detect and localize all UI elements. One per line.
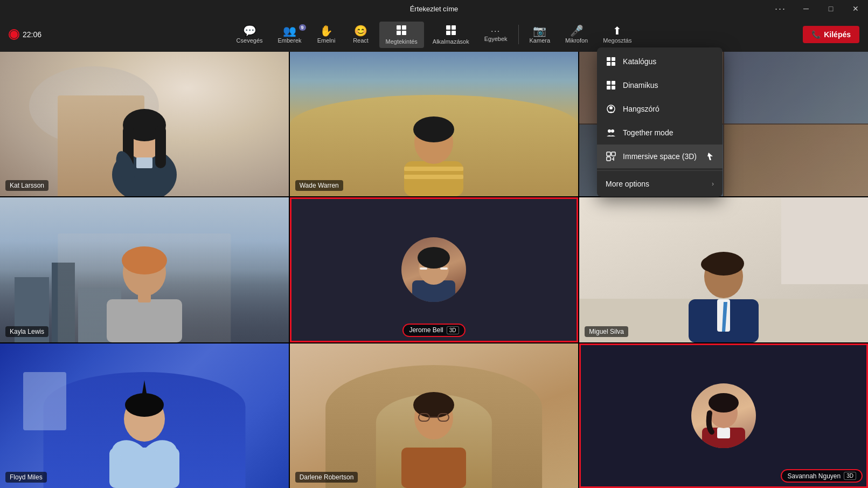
more-options-arrow: › — [712, 180, 714, 188]
toolbar-item-share[interactable]: ⬆ Megosztás — [596, 22, 638, 47]
toolbar: 22:06 💬 Csevegés 👥 Emberek 9 ✋ Emelni 😊 … — [0, 17, 868, 52]
svg-rect-1 — [402, 25, 406, 30]
close-button[interactable]: ✕ — [843, 0, 868, 17]
toolbar-item-react[interactable]: 😊 React — [345, 22, 377, 47]
jerome-avatar — [401, 237, 466, 302]
toolbar-item-view[interactable]: Megtekintés — [379, 22, 424, 48]
svg-rect-57 — [612, 57, 615, 61]
video-cell-kat: Kat Larsson — [0, 52, 289, 196]
toolbar-item-camera[interactable]: 📷 Kamera — [523, 22, 557, 47]
svg-rect-4 — [446, 25, 450, 30]
title-bar-more[interactable]: ··· — [767, 0, 794, 17]
svg-rect-60 — [607, 81, 610, 85]
leave-label: Kilépés — [824, 30, 851, 39]
svg-rect-58 — [607, 62, 610, 66]
react-label: React — [353, 37, 369, 44]
minimize-button[interactable]: ─ — [794, 0, 818, 17]
toolbar-item-mic[interactable]: 🎤 Mikrofon — [559, 22, 594, 47]
speaker-label: Hangszóró — [623, 105, 659, 113]
miguel-avatar — [664, 208, 783, 342]
kat-name: Kat Larsson — [5, 180, 48, 191]
people-badge: 9 — [299, 24, 306, 31]
title-bar: Értekezlet címe ··· ─ □ ✕ — [0, 0, 868, 17]
dropdown-item-together[interactable]: Together mode — [597, 121, 723, 145]
window-controls: ─ □ ✕ — [794, 0, 868, 17]
immersive-icon — [606, 151, 616, 162]
toolbar-right: 📞 Kilépés — [638, 26, 859, 43]
jerome-3d-badge: 3D — [447, 326, 459, 334]
kayla-name: Kayla Lewis — [5, 326, 48, 337]
maximize-button[interactable]: □ — [818, 0, 843, 17]
savannah-avatar-circle — [691, 383, 756, 448]
wade-avatar — [380, 78, 488, 196]
svg-point-65 — [609, 106, 613, 109]
view-dropdown-menu: Katalógus Dinamikus Hangszóró — [597, 47, 723, 197]
svg-rect-5 — [452, 25, 456, 30]
timer-display: 22:06 — [23, 30, 41, 39]
dropdown-item-catalog[interactable]: Katalógus — [597, 50, 723, 73]
video-cell-miguel: Miguel Silva — [579, 197, 868, 342]
savannah-name-badge: Savannah Nguyen 3D — [781, 469, 863, 483]
dropdown-item-speaker[interactable]: Hangszóró — [597, 97, 723, 121]
toolbar-divider — [518, 25, 519, 44]
svg-rect-12 — [155, 125, 166, 168]
dynamic-icon — [606, 80, 616, 91]
svg-point-47 — [413, 392, 454, 418]
savannah-avatar — [691, 383, 756, 448]
svg-rect-3 — [402, 31, 406, 35]
svg-rect-25 — [138, 293, 151, 303]
toolbar-item-apps[interactable]: Alkalmazások — [426, 22, 476, 48]
svg-point-42 — [125, 393, 164, 417]
view-icon — [396, 25, 407, 37]
svg-rect-2 — [397, 31, 401, 35]
video-grid: Kat Larsson Wade Warren — [0, 52, 868, 488]
record-dot — [10, 31, 18, 38]
svg-rect-63 — [612, 86, 615, 90]
dropdown-divider — [597, 170, 723, 171]
toolbar-item-raise[interactable]: ✋ Emelni — [310, 22, 343, 47]
svg-rect-62 — [607, 86, 610, 90]
dropdown-item-immersive[interactable]: Immersive space (3D) — [597, 145, 723, 168]
speaker-icon — [606, 104, 616, 114]
dropdown-item-dynamic[interactable]: Dinamikus — [597, 73, 723, 97]
svg-rect-61 — [612, 81, 615, 85]
svg-rect-31 — [440, 267, 448, 270]
toolbar-left: 22:06 — [9, 29, 230, 40]
svg-point-66 — [608, 129, 611, 133]
together-icon — [606, 127, 616, 138]
more-options-label: More options — [606, 180, 649, 188]
svg-point-20 — [413, 116, 454, 142]
svg-rect-53 — [717, 428, 730, 438]
chat-icon: 💬 — [243, 25, 256, 36]
toolbar-item-chat[interactable]: 💬 Csevegés — [230, 22, 269, 47]
svg-rect-56 — [607, 57, 610, 61]
apps-label: Alkalmazások — [433, 38, 469, 45]
chat-label: Csevegés — [237, 37, 263, 44]
jerome-name-badge: Jerome Bell 3D — [402, 324, 465, 337]
svg-point-24 — [122, 246, 167, 274]
mic-label: Mikrofon — [565, 37, 588, 44]
leave-button[interactable]: 📞 Kilépés — [803, 26, 859, 43]
immersive-label: Immersive space (3D) — [623, 152, 697, 161]
video-cell-floyd: Floyd Miles — [0, 343, 289, 488]
cursor-icon — [707, 152, 714, 161]
svg-rect-68 — [607, 152, 610, 156]
svg-point-38 — [701, 257, 723, 272]
video-cell-kayla: Kayla Lewis — [0, 197, 289, 342]
video-cell-darlene: Darlene Robertson — [290, 343, 579, 488]
camera-label: Kamera — [530, 37, 551, 44]
kayla-avatar — [74, 202, 214, 342]
more-label: Egyebek — [484, 36, 508, 42]
raise-icon: ✋ — [320, 25, 333, 36]
svg-rect-22 — [107, 299, 182, 342]
toolbar-item-people-wrapper: 👥 Emberek 9 — [272, 22, 308, 47]
together-label: Together mode — [623, 128, 673, 137]
jerome-avatar-circle — [401, 237, 466, 302]
share-label: Megosztás — [603, 37, 631, 44]
floyd-avatar — [80, 348, 209, 488]
react-icon: 😊 — [354, 25, 367, 36]
dropdown-item-more-options[interactable]: More options › — [597, 173, 723, 195]
savannah-3d-badge: 3D — [844, 472, 856, 480]
toolbar-item-more[interactable]: ··· Egyebek — [478, 24, 514, 45]
people-icon: 👥 — [283, 25, 296, 36]
